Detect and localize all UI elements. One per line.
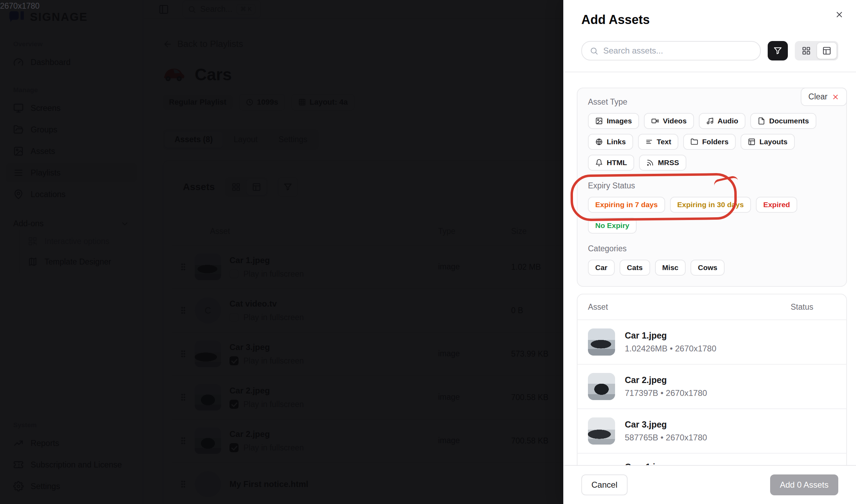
panel-filter-button[interactable] <box>768 41 788 60</box>
chip-folders[interactable]: Folders <box>683 134 736 150</box>
asset-name: Car 1.jpeg <box>625 331 716 341</box>
expiry-status-chips: Expiring in 7 days Expiring in 30 days E… <box>588 197 836 234</box>
asset-name: Car 3.jpeg <box>625 420 707 430</box>
asset-type-label: Asset Type <box>588 97 836 107</box>
close-icon <box>832 93 839 101</box>
add-assets-panel: Add Assets Clear Asset Type Ima <box>563 0 856 504</box>
panel-view-toggle <box>795 41 838 60</box>
chip-text[interactable]: Text <box>638 134 679 150</box>
globe-icon <box>595 138 603 146</box>
categories-label: Categories <box>588 244 836 253</box>
categories-chips: Car Cats Misc Cows <box>588 260 836 276</box>
chip-expiring-7-days[interactable]: Expiring in 7 days <box>588 197 665 213</box>
panel-divider <box>564 72 856 72</box>
asset-thumbnail <box>588 417 615 445</box>
panel-column-asset: Asset <box>588 302 791 312</box>
folder-icon <box>691 138 698 146</box>
chip-no-expiry[interactable]: No Expiry <box>588 218 637 234</box>
close-icon <box>835 10 844 19</box>
chip-layouts[interactable]: Layouts <box>741 134 795 150</box>
panel-grid-view-button[interactable] <box>797 43 816 59</box>
chip-category-cats[interactable]: Cats <box>620 260 650 276</box>
expiry-status-label: Expiry Status <box>588 181 836 190</box>
assets-search-field[interactable] <box>581 41 761 60</box>
table-icon <box>822 46 831 55</box>
asset-name: Car 2.jpeg <box>625 375 707 385</box>
chip-expiring-30-days[interactable]: Expiring in 30 days <box>670 197 751 213</box>
chip-category-car[interactable]: Car <box>588 260 615 276</box>
file-icon <box>758 117 765 125</box>
close-button[interactable] <box>832 8 846 22</box>
clear-filters-button[interactable]: Clear <box>801 88 847 106</box>
chip-category-misc[interactable]: Misc <box>655 260 686 276</box>
search-icon <box>590 47 598 55</box>
asset-type-chips: Images Videos Audio Documents Links Text <box>588 113 836 171</box>
chip-expired[interactable]: Expired <box>756 197 797 213</box>
asset-thumbnail <box>588 373 615 400</box>
add-assets-button[interactable]: Add 0 Assets <box>770 474 838 495</box>
chip-videos[interactable]: Videos <box>644 113 694 129</box>
panel-title: Add Assets <box>564 0 856 27</box>
chip-html[interactable]: HTML <box>588 155 634 171</box>
panel-list-item[interactable]: Car 3.jpeg 587765B • 2670x1780 <box>578 409 846 454</box>
chip-images[interactable]: Images <box>588 113 639 129</box>
chip-category-cows[interactable]: Cows <box>691 260 725 276</box>
asset-thumbnail <box>588 328 615 356</box>
chip-documents[interactable]: Documents <box>750 113 816 129</box>
chip-audio[interactable]: Audio <box>699 113 745 129</box>
layout-icon <box>748 138 756 146</box>
image-icon <box>595 117 603 125</box>
panel-list-item[interactable]: Car 2.jpeg 717397B • 2670x1780 <box>578 365 846 409</box>
chip-links[interactable]: Links <box>588 134 633 150</box>
video-icon <box>651 117 659 125</box>
filters-card: Clear Asset Type Images Videos Audio Doc… <box>577 88 847 287</box>
layout-grid-icon <box>802 46 811 55</box>
panel-footer: Cancel Add 0 Assets <box>564 465 856 504</box>
bell-icon <box>595 159 603 166</box>
align-left-icon <box>645 138 653 146</box>
chip-mrss[interactable]: MRSS <box>639 155 686 171</box>
panel-column-status: Status <box>791 302 836 312</box>
cancel-button[interactable]: Cancel <box>581 474 628 495</box>
panel-search-row <box>581 41 838 60</box>
music-icon <box>706 117 714 125</box>
asset-meta: 587765B • 2670x1780 <box>625 433 707 442</box>
panel-list-item[interactable]: Car 1.jpeg 1.02426MB • 2670x1780 <box>578 320 846 365</box>
panel-table-view-button[interactable] <box>817 43 837 59</box>
assets-search-input[interactable] <box>603 46 752 56</box>
asset-meta: 717397B • 2670x1780 <box>625 388 707 398</box>
clear-label: Clear <box>808 92 827 101</box>
funnel-icon <box>773 46 782 55</box>
asset-meta: 1.02426MB • 2670x1780 <box>625 344 716 353</box>
panel-list-header: Asset Status <box>578 294 846 320</box>
rss-icon <box>646 159 654 166</box>
